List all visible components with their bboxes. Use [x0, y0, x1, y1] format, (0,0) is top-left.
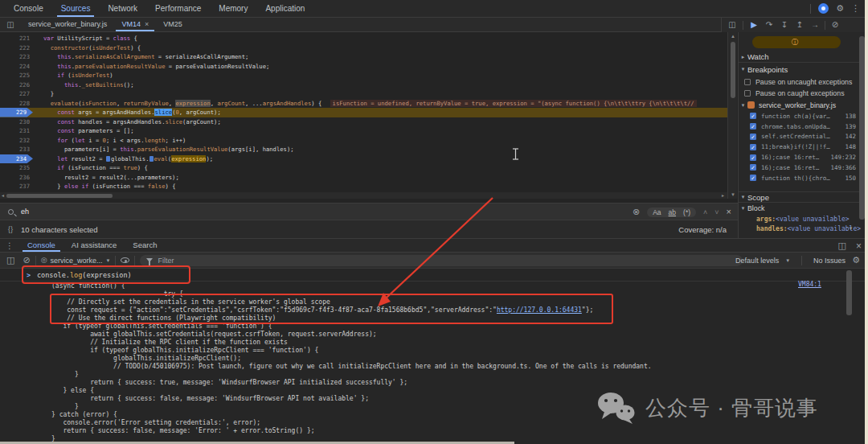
editor-vertical-scrollbar[interactable]: ▴ ▾: [727, 32, 737, 199]
navigator-toggle-icon[interactable]: ◫: [0, 18, 21, 31]
line-number-222[interactable]: 222: [0, 43, 33, 53]
close-tab-icon[interactable]: ×: [145, 18, 149, 31]
breakpoint-item[interactable]: ✓function ch(a){var…138: [739, 111, 859, 121]
console-scrollbar[interactable]: [846, 270, 852, 315]
scrollbar-thumb[interactable]: [6, 194, 113, 198]
dock-panel-icon[interactable]: ◫: [838, 241, 846, 250]
checkbox-unchecked[interactable]: [744, 79, 751, 85]
checkbox-checked[interactable]: ✓: [750, 113, 756, 119]
close-drawer-icon[interactable]: ×: [856, 241, 862, 251]
line-number-237[interactable]: 237: [0, 182, 33, 191]
step-icon[interactable]: →: [809, 21, 821, 30]
no-issues-status[interactable]: No Issues: [813, 257, 845, 265]
match-case-toggle[interactable]: Aa: [653, 208, 661, 216]
checkbox-checked[interactable]: ✓: [750, 144, 756, 150]
code-editor[interactable]: 221var UtilityScript = class {222 constr…: [0, 32, 727, 199]
step-over-icon[interactable]: ↷: [764, 21, 775, 30]
main-tab-console[interactable]: Console: [5, 0, 52, 17]
scope-section-header[interactable]: ▾ Scope: [739, 191, 866, 203]
line-number-230[interactable]: 230: [0, 117, 33, 127]
devtools-window: ConsoleSourcesNetworkPerformanceMemoryAp…: [0, 0, 868, 444]
console-command-row[interactable]: > console.log(expression): [0, 269, 868, 282]
file-tab-vm25[interactable]: VM25: [156, 18, 190, 31]
step-out-icon[interactable]: ↥: [794, 21, 805, 30]
search-input[interactable]: eh: [21, 208, 29, 216]
checkbox-checked[interactable]: ✓: [750, 175, 756, 181]
line-number-236[interactable]: 236: [0, 173, 33, 183]
drawer-menu-kebab-icon[interactable]: ⋮: [0, 239, 19, 252]
whole-word-toggle[interactable]: ab: [669, 208, 676, 216]
drawer-tab-search[interactable]: Search: [125, 239, 165, 252]
breakpoint-badge-234[interactable]: 234: [0, 154, 33, 164]
resume-icon[interactable]: ▶: [748, 21, 760, 30]
breakpoint-item[interactable]: ✓16);case 16:ret…149:232: [739, 152, 859, 162]
log-levels-dropdown[interactable]: Default levels: [735, 257, 779, 265]
step-into-icon[interactable]: ↧: [779, 21, 790, 30]
settings-gear-icon[interactable]: ⚙: [836, 4, 844, 13]
checkbox-checked[interactable]: ✓: [750, 154, 756, 161]
breakpoint-item[interactable]: ✓chrome.tabs.onUpda…139: [739, 121, 859, 132]
pause-uncaught-row[interactable]: Pause on uncaught exceptions: [739, 76, 866, 87]
main-tab-memory[interactable]: Memory: [210, 0, 256, 17]
live-expression-eye-icon[interactable]: [121, 257, 129, 263]
clear-console-icon[interactable]: ⊘: [23, 256, 30, 265]
main-tab-network[interactable]: Network: [99, 0, 146, 17]
file-tab-service-worker-binary-js[interactable]: service_worker_binary.js: [21, 18, 114, 31]
scroll-down-icon[interactable]: ▾: [728, 191, 738, 198]
regex-toggle[interactable]: (*): [683, 208, 690, 216]
server-address-link[interactable]: http://127.0.0.1:64431: [497, 306, 582, 314]
breakpoint-badge-229[interactable]: 229: [0, 108, 33, 117]
checkbox-checked[interactable]: ✓: [750, 123, 756, 130]
watch-section-header[interactable]: ▸ Watch: [739, 51, 866, 63]
line-number-235[interactable]: 235: [0, 163, 33, 173]
editor-horizontal-scrollbar[interactable]: ◂ ▸: [0, 192, 727, 199]
file-tab-vm14[interactable]: VM14×: [114, 18, 156, 31]
next-match-icon[interactable]: ˅: [714, 208, 719, 216]
breakpoint-item[interactable]: ✓16);case 16:ret…149:366: [739, 162, 859, 173]
breakpoint-item[interactable]: ✓self.setCredential…142: [739, 132, 859, 142]
line-number-231[interactable]: 231: [0, 126, 33, 136]
console-settings-gear-icon[interactable]: ⚙: [852, 256, 860, 265]
line-number-227[interactable]: 227: [0, 89, 33, 99]
console-sidebar-icon[interactable]: ◫: [6, 256, 14, 265]
line-number-224[interactable]: 224: [0, 62, 33, 72]
previous-match-icon[interactable]: ˄: [703, 208, 707, 216]
line-number-228[interactable]: 228: [0, 99, 33, 109]
breakpoints-section-header[interactable]: ▾ Breakpoints: [739, 64, 866, 75]
drawer-tab-ai-assistance[interactable]: AI assistance: [63, 239, 125, 252]
console-filter-input[interactable]: Filter: [140, 255, 743, 266]
more-options-kebab-icon[interactable]: ⋮: [851, 4, 860, 13]
checkbox-unchecked[interactable]: [744, 90, 751, 97]
pause-caught-row[interactable]: Pause on caught exceptions: [739, 88, 866, 98]
deactivate-breakpoints-icon[interactable]: ⊘: [829, 21, 841, 30]
sidebar-scrollbar[interactable]: [859, 36, 865, 220]
breakpoint-file-header[interactable]: ▾ service_worker_binary.js: [739, 100, 866, 110]
line-number-232[interactable]: 232: [0, 136, 33, 146]
main-tab-application[interactable]: Application: [256, 0, 313, 17]
line-number-223[interactable]: 223: [0, 52, 33, 62]
clear-search-icon[interactable]: ⊗: [633, 208, 640, 216]
close-find-icon[interactable]: ×: [727, 208, 731, 216]
drawer-tab-console[interactable]: Console: [19, 239, 63, 252]
line-number-221[interactable]: 221: [0, 34, 33, 43]
breakpoint-item[interactable]: ✓function th(){chro…150: [739, 173, 859, 183]
main-tab-sources[interactable]: Sources: [52, 0, 100, 17]
checkbox-checked[interactable]: ✓: [750, 134, 756, 140]
source-location-link[interactable]: VM84:1: [798, 281, 821, 288]
scope-block-header[interactable]: ▾ Block: [739, 204, 866, 213]
line-number-233[interactable]: 233: [0, 145, 33, 154]
scope-variable-args[interactable]: args: <value unavailable>: [739, 214, 866, 224]
breakpoint-item[interactable]: ✓11;break}if(!Z||!f…148: [739, 142, 859, 152]
devtools-account-icon[interactable]: [818, 3, 829, 14]
checkbox-checked[interactable]: ✓: [750, 164, 756, 171]
scroll-up-icon[interactable]: ▴: [728, 33, 738, 39]
line-number-226[interactable]: 226: [0, 80, 33, 90]
js-context-selector[interactable]: ◎ service_worke... ▼: [41, 257, 111, 265]
scroll-left-icon[interactable]: ◂: [2, 192, 4, 199]
sidebar-toggle-icon[interactable]: ◫: [727, 21, 738, 29]
main-tab-performance[interactable]: Performance: [146, 0, 210, 17]
scrollbar-thumb[interactable]: [731, 42, 735, 98]
pretty-print-icon[interactable]: { }: [8, 225, 12, 233]
line-number-225[interactable]: 225: [0, 71, 33, 80]
scroll-right-icon[interactable]: ▸: [722, 192, 724, 199]
